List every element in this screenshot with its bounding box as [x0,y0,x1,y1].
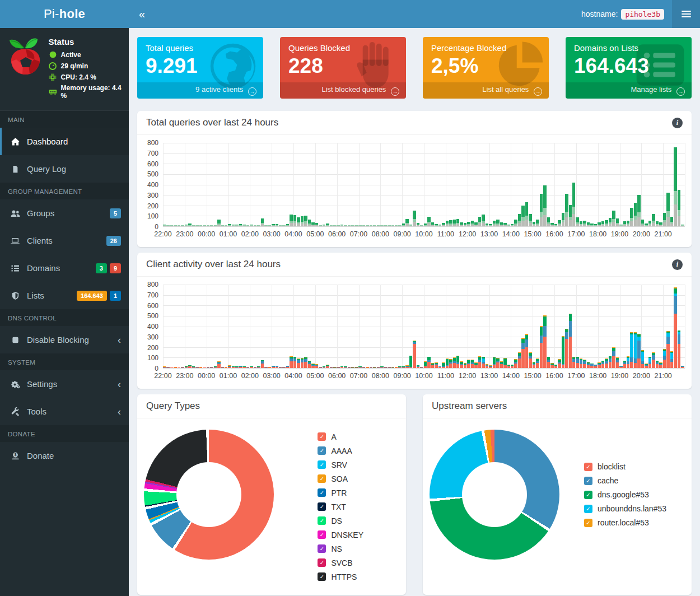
bar [377,367,380,368]
sidebar-item-query-log[interactable]: Query Log [0,155,129,183]
checkbox-checked-icon[interactable]: ✓ [318,544,326,553]
bar [601,361,604,368]
sidebar-item-domains[interactable]: Domains39 [0,254,129,282]
badge: 26 [106,236,121,246]
checkbox-checked-icon[interactable]: ✓ [318,558,326,567]
legend-item-https[interactable]: ✓HTTPS [318,572,363,581]
panel-title: Query Types [146,401,200,412]
legend-item-cache[interactable]: ✓cache [584,476,666,485]
bar [496,358,499,368]
bar [590,364,593,368]
bar [427,217,430,226]
checkbox-checked-icon[interactable]: ✓ [318,516,326,525]
checkbox-checked-icon[interactable]: ✓ [318,488,326,497]
card-footer-label: Manage lists [631,85,671,94]
legend-item-ds[interactable]: ✓DS [318,516,363,525]
bar [580,358,582,368]
legend-item-soa[interactable]: ✓SOA [318,474,363,483]
sidebar-item-dashboard[interactable]: Dashboard [0,128,129,155]
legend-item-dnskey[interactable]: ✓DNSKEY [318,530,363,539]
info-icon[interactable]: i [672,259,683,270]
checkbox-checked-icon[interactable]: ✓ [318,460,326,469]
legend-item-aaaa[interactable]: ✓AAAA [318,446,363,455]
card-footer-label: List all queries [482,85,529,94]
donate-icon: $ [9,451,21,460]
legend-item-srv[interactable]: ✓SRV [318,460,363,469]
legend-item-ns[interactable]: ✓NS [318,544,363,553]
checkbox-checked-icon[interactable]: ✓ [318,432,326,441]
bar [656,361,659,368]
bar [362,367,365,368]
sidebar-item-groups[interactable]: Groups5 [0,199,129,227]
card-footer-link[interactable]: List blocked queries → [280,82,406,99]
sidebar-item-settings[interactable]: Settings‹ [0,370,129,398]
bar [435,362,437,368]
checkbox-checked-icon[interactable]: ✓ [318,474,326,483]
legend-item-router-local-53[interactable]: ✓router.local#53 [584,518,666,527]
sidebar-item-donate[interactable]: $Donate [0,442,129,469]
checkbox-checked-icon[interactable]: ✓ [318,446,326,455]
checkbox-checked-icon[interactable]: ✓ [318,502,326,511]
bar [326,224,329,226]
bar [199,367,202,368]
card-footer-link[interactable]: 9 active clients → [137,82,263,99]
checkbox-checked-icon[interactable]: ✓ [584,491,592,499]
legend-item-unbounddns-lan-53[interactable]: ✓unbounddns.lan#53 [584,504,666,513]
bar [185,366,188,368]
legend-label: blocklist [598,462,626,471]
bar [550,363,553,368]
menu-section-header: DNS CONTROL [0,309,129,326]
legend-item-a[interactable]: ✓A [318,432,363,441]
legend-item-dns-google-53[interactable]: ✓dns.google#53 [584,490,666,499]
bar [590,224,593,226]
checkbox-checked-icon[interactable]: ✓ [584,463,592,471]
bar [319,225,321,226]
bar [232,366,235,368]
checkbox-checked-icon[interactable]: ✓ [584,477,592,485]
chip-icon [49,73,57,81]
x-tick-label: 13:00 [480,372,498,380]
legend-item-ptr[interactable]: ✓PTR [318,488,363,497]
x-tick-label: 12:00 [459,372,476,380]
sidebar: Pi-hole [0,0,129,596]
sidebar-item-lists[interactable]: Lists164.6431 [0,282,129,309]
y-tick-label: 200 [147,202,158,210]
info-icon[interactable]: i [672,118,683,128]
legend-item-svcb[interactable]: ✓SVCB [318,558,363,567]
x-tick-label: 15:00 [524,230,542,238]
x-tick-label: 02:00 [241,372,259,380]
bar [203,225,206,226]
card-footer-link[interactable]: List all queries → [423,82,549,99]
client-activity-panel: Client activity over last 24 hours i 010… [137,253,692,389]
bar [525,334,528,368]
sidebar-item-disable-blocking[interactable]: Disable Blocking‹ [0,326,129,353]
sidebar-item-tools[interactable]: Tools‹ [0,398,129,425]
bar [678,330,680,369]
checkbox-checked-icon[interactable]: ✓ [318,530,326,539]
bar [301,358,304,368]
hamburger-menu-icon[interactable] [672,0,700,28]
bar [464,363,466,368]
checkbox-checked-icon[interactable]: ✓ [318,572,326,581]
bar [261,218,264,226]
y-tick-label: 700 [147,291,158,299]
bar [207,225,209,226]
legend-item-txt[interactable]: ✓TXT [318,502,363,511]
bar [276,366,278,368]
bar [681,225,684,226]
checkbox-checked-icon[interactable]: ✓ [584,519,592,527]
bar [674,147,676,226]
bar [554,224,557,226]
bar [192,366,195,368]
card-footer-link[interactable]: Manage lists → [566,82,692,99]
menu-section-header: DONATE [0,425,129,442]
brand-logo[interactable]: Pi-hole [0,0,129,28]
checkbox-checked-icon[interactable]: ✓ [584,505,592,513]
sidebar-collapse-button[interactable]: « [129,0,155,28]
bar [489,224,492,226]
bar [370,225,372,226]
legend-item-blocklist[interactable]: ✓blocklist [584,462,666,471]
status-title: Status [49,37,123,46]
bar [431,222,434,226]
sidebar-item-clients[interactable]: Clients26 [0,227,129,254]
